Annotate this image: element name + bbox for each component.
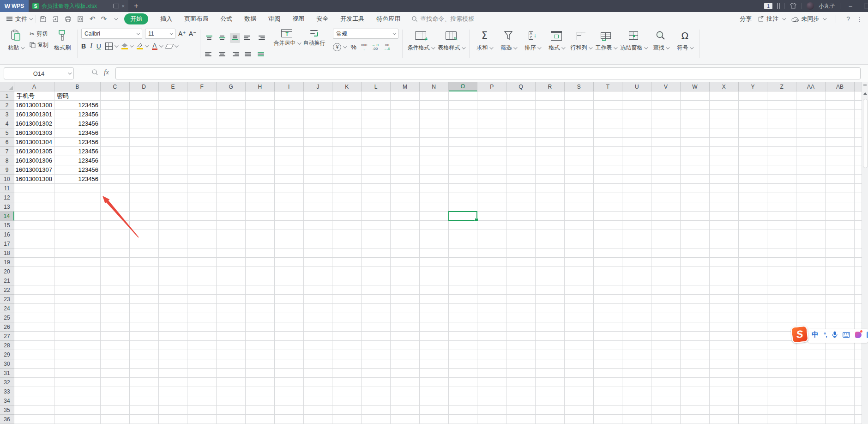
increase-indent-button[interactable] (256, 33, 266, 43)
align-top-button[interactable] (204, 33, 214, 43)
italic-button[interactable]: I (90, 42, 92, 50)
cell-B1[interactable]: 密码 (54, 91, 101, 101)
column-header-S[interactable]: S (565, 82, 594, 91)
row-header-1[interactable]: 1 (0, 91, 14, 101)
highlight-button[interactable] (137, 43, 148, 49)
row-header-5[interactable]: 5 (0, 128, 14, 138)
cell-B5[interactable]: 123456 (54, 128, 101, 138)
help-button[interactable]: ? (846, 15, 850, 23)
column-header-P[interactable]: P (477, 82, 506, 91)
column-header-B[interactable]: B (54, 82, 101, 91)
menu-tab-特色应用[interactable]: 特色应用 (376, 15, 400, 23)
percent-button[interactable]: % (350, 43, 356, 51)
column-header-H[interactable]: H (246, 82, 275, 91)
column-header-X[interactable]: X (710, 82, 739, 91)
new-tab-button[interactable]: + (128, 0, 144, 12)
thousands-button[interactable]: 000, (361, 43, 367, 51)
freeze-panes-button[interactable]: 冻结窗格 (620, 29, 647, 52)
decrease-indent-button[interactable] (243, 33, 253, 43)
column-header-F[interactable]: F (187, 82, 217, 91)
distribute-button[interactable] (256, 49, 266, 59)
column-header-D[interactable]: D (130, 82, 159, 91)
menu-tab-页面布局[interactable]: 页面布局 (184, 15, 208, 23)
formula-input[interactable] (115, 67, 861, 79)
font-name-select[interactable]: Calibri (81, 29, 142, 39)
row-header-9[interactable]: 9 (0, 165, 14, 175)
comment-button[interactable]: 批注 (758, 15, 785, 23)
align-center-button[interactable] (217, 49, 227, 59)
menu-tab-开发工具[interactable]: 开发工具 (340, 15, 364, 23)
cell-B3[interactable]: 123456 (54, 110, 101, 119)
sync-status[interactable]: 未同步 (791, 15, 826, 23)
align-right-button[interactable] (230, 49, 240, 59)
row-header-3[interactable]: 3 (0, 110, 14, 119)
column-header-Y[interactable]: Y (739, 82, 768, 91)
menu-tab-公式[interactable]: 公式 (220, 15, 232, 23)
column-header-A[interactable]: A (14, 82, 54, 91)
cell-A6[interactable]: 16013001304 (14, 138, 54, 147)
maximize-button[interactable] (861, 3, 868, 10)
menu-tab-数据[interactable]: 数据 (244, 15, 256, 23)
row-header-14[interactable]: 14 (0, 212, 14, 221)
column-header-E[interactable]: E (159, 82, 188, 91)
name-box[interactable]: O14 (4, 67, 74, 79)
align-left-button[interactable] (204, 49, 214, 59)
undo-icon[interactable]: ↶ (90, 15, 96, 23)
magnifier-icon[interactable] (91, 69, 98, 76)
username[interactable]: 小丸子 (819, 2, 835, 10)
conditional-format-button[interactable]: ≠ 条件格式 (407, 29, 434, 52)
wrap-text-button[interactable]: 自动换行 (303, 29, 325, 47)
row-header-34[interactable]: 34 (0, 396, 14, 406)
format-painter-button[interactable]: 格式刷 (52, 29, 72, 52)
bold-button[interactable]: B (81, 42, 86, 50)
row-header-30[interactable]: 30 (0, 359, 14, 369)
align-bottom-button[interactable] (230, 33, 240, 43)
ime-toolbar[interactable]: S 中 °, (791, 324, 868, 344)
sort-button[interactable]: AZ↓ 排序 (522, 29, 542, 52)
ime-microphone-icon[interactable] (832, 331, 838, 338)
row-header-23[interactable]: 23 (0, 295, 14, 304)
shrink-font-button[interactable]: A⁻ (189, 30, 197, 37)
cell-B9[interactable]: 123456 (54, 165, 101, 175)
row-header-2[interactable]: 2 (0, 101, 14, 110)
column-header-C[interactable]: C (101, 82, 130, 91)
cell-B7[interactable]: 123456 (54, 147, 101, 156)
menu-tab-开始[interactable]: 开始 (124, 13, 148, 24)
row-header-19[interactable]: 19 (0, 258, 14, 267)
column-header-I[interactable]: I (275, 82, 304, 91)
sum-button[interactable]: Σ 求和 (474, 29, 494, 52)
notification-badge[interactable]: 1 (764, 3, 772, 9)
cut-button[interactable]: ✂剪切 (30, 30, 48, 38)
wps-logo[interactable]: W WPS (0, 0, 29, 12)
fill-handle[interactable] (475, 218, 478, 222)
column-header-Z[interactable]: Z (767, 82, 796, 91)
column-header-R[interactable]: R (536, 82, 565, 91)
font-color-button[interactable]: A (152, 43, 162, 50)
decrease-decimal-button[interactable]: .00→.0 (383, 43, 390, 51)
file-menu[interactable]: 文件 (15, 15, 27, 23)
vertical-scrollbar[interactable] (862, 82, 868, 424)
paste-button[interactable]: 粘贴 (6, 29, 26, 52)
cell-B4[interactable]: 123456 (54, 119, 101, 128)
ime-skin-icon[interactable] (855, 332, 862, 338)
cell-A8[interactable]: 16013001306 (14, 156, 54, 165)
increase-decimal-button[interactable]: ←.0.00 (372, 43, 379, 51)
avatar[interactable] (807, 2, 814, 10)
document-tab[interactable]: S 会员批量导入模板.xlsx × (29, 0, 128, 12)
menu-tab-插入[interactable]: 插入 (160, 15, 172, 23)
row-header-25[interactable]: 25 (0, 313, 14, 322)
menu-tab-审阅[interactable]: 审阅 (268, 15, 280, 23)
grow-font-button[interactable]: A⁺ (178, 30, 186, 37)
menu-tab-安全[interactable]: 安全 (316, 15, 328, 23)
row-header-10[interactable]: 10 (0, 175, 14, 184)
row-header-20[interactable]: 20 (0, 267, 14, 276)
row-header-15[interactable]: 15 (0, 221, 14, 230)
ime-keyboard-icon[interactable] (843, 332, 850, 338)
command-search[interactable]: 查找命令、搜索模板 (411, 15, 474, 23)
cell-B6[interactable]: 123456 (54, 138, 101, 147)
borders-button[interactable] (105, 42, 117, 50)
row-header-4[interactable]: 4 (0, 119, 14, 128)
row-header-28[interactable]: 28 (0, 341, 14, 350)
column-header-L[interactable]: L (362, 82, 391, 91)
column-header-Q[interactable]: Q (506, 82, 536, 91)
